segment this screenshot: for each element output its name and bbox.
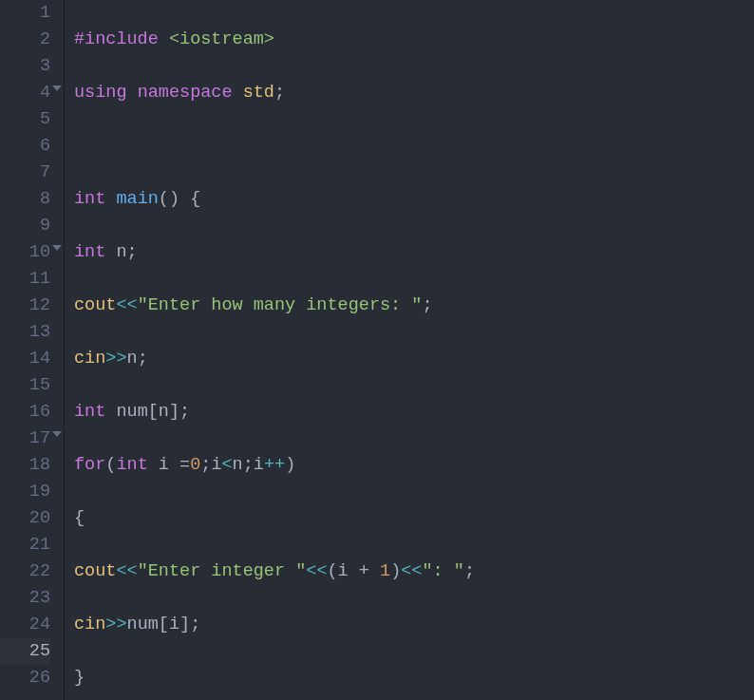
line-number: 19 xyxy=(0,479,50,505)
code-editor-area[interactable]: #include <iostream> using namespace std;… xyxy=(65,0,754,700)
code-line[interactable]: int n; xyxy=(74,239,754,266)
code-line[interactable]: int num[n]; xyxy=(74,399,754,426)
code-line[interactable]: for(int i =0;i<n;i++) xyxy=(74,452,754,479)
code-line[interactable]: using namespace std; xyxy=(74,80,754,106)
line-number: 18 xyxy=(0,452,50,479)
line-number: 7 xyxy=(0,160,50,186)
code-line[interactable]: cout<<"Enter integer "<<(i + 1)<<": "; xyxy=(74,558,754,585)
line-number: 17 xyxy=(0,426,50,452)
line-number: 10 xyxy=(0,239,50,266)
code-line[interactable]: cout<<"Enter how many integers: "; xyxy=(74,293,754,319)
line-number: 2 xyxy=(0,27,50,53)
line-number: 4 xyxy=(0,80,50,106)
line-number: 26 xyxy=(0,665,50,691)
line-number: 6 xyxy=(0,133,50,160)
code-line[interactable]: int main() { xyxy=(74,186,754,213)
line-number: 21 xyxy=(0,532,50,558)
line-number: 13 xyxy=(0,319,50,346)
preprocessor: #include xyxy=(74,29,159,49)
line-number: 3 xyxy=(0,53,50,80)
code-line[interactable]: cin>>n; xyxy=(74,346,754,372)
line-number: 8 xyxy=(0,186,50,213)
code-line[interactable] xyxy=(74,133,754,160)
fold-toggle-icon[interactable] xyxy=(52,245,62,251)
line-number: 5 xyxy=(0,106,50,133)
line-number: 14 xyxy=(0,346,50,372)
code-line[interactable]: #include <iostream> xyxy=(74,27,754,53)
line-number: 15 xyxy=(0,372,50,399)
line-number-gutter: 1234567891011121314151617181920212223242… xyxy=(0,0,65,700)
line-number: 1 xyxy=(0,0,50,27)
code-line[interactable]: cin>>num[i]; xyxy=(74,612,754,638)
string-literal: "Enter how many integers: " xyxy=(138,295,423,315)
include-path: <iostream> xyxy=(169,29,274,49)
line-number: 22 xyxy=(0,558,50,585)
line-number: 16 xyxy=(0,399,50,426)
fold-toggle-icon[interactable] xyxy=(52,85,62,91)
line-number: 20 xyxy=(0,505,50,532)
line-number: 12 xyxy=(0,293,50,319)
code-line[interactable]: } xyxy=(74,665,754,691)
line-number: 23 xyxy=(0,585,50,612)
line-number: 25 xyxy=(0,638,50,665)
function-name: main xyxy=(116,189,158,209)
code-line[interactable]: { xyxy=(74,505,754,532)
fold-toggle-icon[interactable] xyxy=(52,431,62,437)
line-number: 11 xyxy=(0,266,50,293)
line-number: 24 xyxy=(0,612,50,638)
line-number: 9 xyxy=(0,213,50,239)
